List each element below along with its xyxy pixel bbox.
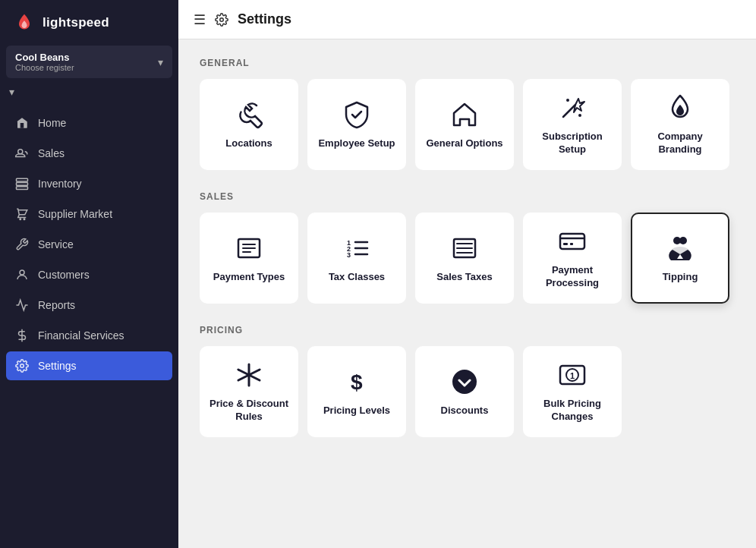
main-area: ☰ Settings GENERAL Locations xyxy=(178,0,756,548)
sidebar-item-service-label: Service xyxy=(38,238,74,250)
sidebar-item-supplier[interactable]: Supplier Market xyxy=(6,200,172,228)
sidebar-item-customers-label: Customers xyxy=(38,269,90,281)
general-cards-grid: Locations Employee Setup General Options xyxy=(200,79,735,170)
badge-dollar-icon: 1 xyxy=(557,360,587,390)
card-locations-label: Locations xyxy=(225,137,272,150)
topbar: ☰ Settings xyxy=(178,0,756,39)
general-section-label: GENERAL xyxy=(200,58,735,68)
card-pricing-levels[interactable]: $ Pricing Levels xyxy=(307,346,406,437)
sidebar-item-financial[interactable]: Financial Services xyxy=(6,321,172,350)
svg-rect-27 xyxy=(570,243,573,245)
sidebar-item-sales-label: Sales xyxy=(38,147,65,159)
sidebar-item-settings[interactable]: Settings xyxy=(6,351,172,380)
supplier-icon xyxy=(15,207,29,221)
flame-icon xyxy=(665,93,695,123)
svg-text:1: 1 xyxy=(570,371,575,380)
card-general-options[interactable]: General Options xyxy=(415,79,514,170)
svg-rect-24 xyxy=(560,234,584,249)
list-icon xyxy=(234,233,264,263)
svg-text:3: 3 xyxy=(347,251,351,259)
topbar-title: Settings xyxy=(238,11,291,27)
svg-point-6 xyxy=(220,17,224,21)
inventory-icon xyxy=(15,177,29,191)
card-discounts-label: Discounts xyxy=(441,405,489,417)
card-employee-setup[interactable]: Employee Setup xyxy=(307,79,406,170)
settings-content: GENERAL Locations Employee Setup xyxy=(178,39,756,548)
svg-point-0 xyxy=(18,150,23,154)
logo-icon xyxy=(14,12,35,33)
topbar-gear-icon xyxy=(215,13,228,27)
card-company-branding[interactable]: Company Branding xyxy=(631,79,729,170)
card-subscription-setup[interactable]: Subscription Setup xyxy=(523,79,622,170)
svg-rect-26 xyxy=(563,243,568,245)
chevron-circle-icon xyxy=(449,367,480,397)
financial-icon xyxy=(15,329,29,342)
card-sales-taxes[interactable]: Sales Taxes xyxy=(415,213,514,304)
card-employee-setup-label: Employee Setup xyxy=(318,137,395,150)
menu-icon[interactable]: ☰ xyxy=(194,11,206,28)
sidebar-item-home-label: Home xyxy=(38,117,66,129)
card-price-discount-rules[interactable]: Price & Discount Rules xyxy=(200,346,298,437)
svg-point-9 xyxy=(578,114,581,117)
sidebar-item-customers[interactable]: Customers xyxy=(6,260,172,289)
sidebar-item-service[interactable]: Service xyxy=(6,230,172,259)
card-sales-taxes-label: Sales Taxes xyxy=(436,271,492,284)
reports-icon xyxy=(15,298,29,312)
dollar-icon: $ xyxy=(342,367,372,397)
credit-card-icon xyxy=(557,226,587,257)
pricing-section-label: PRICING xyxy=(200,325,735,335)
sidebar-item-home[interactable]: Home xyxy=(6,109,172,137)
card-general-options-label: General Options xyxy=(426,137,502,150)
card-bulk-pricing-changes[interactable]: 1 Bulk Pricing Changes xyxy=(523,346,622,437)
svg-point-4 xyxy=(20,270,24,275)
svg-point-8 xyxy=(566,99,569,102)
card-bulk-pricing-changes-label: Bulk Pricing Changes xyxy=(531,398,614,424)
svg-rect-1 xyxy=(17,178,28,181)
house-icon xyxy=(449,99,480,130)
register-dropdown[interactable]: ▾ xyxy=(0,83,178,106)
svg-rect-2 xyxy=(17,183,28,186)
tipping-icon xyxy=(665,233,695,263)
card-locations[interactable]: Locations xyxy=(200,79,298,170)
sidebar-item-inventory-label: Inventory xyxy=(38,178,82,190)
asterisk-icon xyxy=(234,360,264,390)
card-payment-types-label: Payment Types xyxy=(213,271,285,284)
wrench-icon xyxy=(234,99,264,130)
register-chevron-icon: ▾ xyxy=(9,86,14,98)
card-tipping[interactable]: Tipping xyxy=(631,213,729,304)
card-company-branding-label: Company Branding xyxy=(638,131,722,156)
sales-cards-grid: Payment Types 1 2 3 Tax Classes xyxy=(200,213,735,304)
home-icon xyxy=(15,116,29,130)
card-payment-types[interactable]: Payment Types xyxy=(200,213,298,304)
card-tipping-label: Tipping xyxy=(663,271,698,284)
svg-point-5 xyxy=(20,364,24,368)
card-payment-processing[interactable]: Payment Processing xyxy=(523,213,622,304)
store-name: Cool Beans xyxy=(15,52,74,63)
card-tax-classes-label: Tax Classes xyxy=(329,271,385,284)
card-tax-classes[interactable]: 1 2 3 Tax Classes xyxy=(307,213,406,304)
list-numbers-icon: 1 2 3 xyxy=(342,233,372,263)
svg-point-34 xyxy=(452,370,477,394)
svg-point-29 xyxy=(679,237,687,244)
logo-text: lightspeed xyxy=(43,15,109,30)
shield-icon xyxy=(342,99,372,130)
list-lines-icon xyxy=(449,233,480,263)
customers-icon xyxy=(15,268,29,282)
store-info: Cool Beans Choose register xyxy=(15,52,74,72)
logo-area: lightspeed xyxy=(0,0,178,46)
svg-text:$: $ xyxy=(351,370,363,394)
card-subscription-setup-label: Subscription Setup xyxy=(531,131,614,156)
card-payment-processing-label: Payment Processing xyxy=(531,264,614,290)
sidebar-item-inventory[interactable]: Inventory xyxy=(6,169,172,198)
sidebar-item-sales[interactable]: Sales xyxy=(6,139,172,168)
sidebar-item-settings-label: Settings xyxy=(38,360,77,372)
settings-icon xyxy=(15,359,29,373)
sidebar-item-reports[interactable]: Reports xyxy=(6,291,172,320)
main-nav: Home Sales Inventory Supplier Ma xyxy=(0,106,178,383)
service-icon xyxy=(15,238,29,251)
card-pricing-levels-label: Pricing Levels xyxy=(323,405,390,417)
store-selector[interactable]: Cool Beans Choose register ▾ xyxy=(6,46,172,78)
card-discounts[interactable]: Discounts xyxy=(415,346,514,437)
store-chevron-icon: ▾ xyxy=(158,56,163,68)
store-sub: Choose register xyxy=(15,63,74,72)
